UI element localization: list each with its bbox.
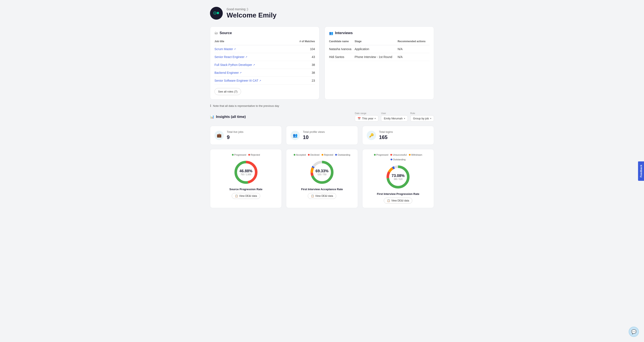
insights-title: Insights (all time) (216, 115, 246, 119)
table-row: Backend Engineer ↗ 38 (214, 69, 315, 77)
chart-title: Source Progression Rate (229, 188, 262, 191)
source-card: 🗂 Source Job title # of Matches Scrum Ma… (210, 27, 320, 100)
date-range-select[interactable]: 📅 This year ▾ (355, 115, 378, 121)
legend-dot (390, 154, 392, 156)
note-bar: ℹ Note that all data is representative t… (210, 104, 434, 108)
source-header: 🗂 Source (214, 31, 315, 35)
legend-label: Withdrawn (411, 153, 422, 156)
external-link-icon: ↗ (234, 48, 236, 51)
candidate-name-cell: Hidi Santos (329, 53, 354, 61)
stat-value: 9 (227, 134, 244, 140)
interviews-icon: 👥 (329, 31, 333, 35)
chart-title: First Interview Progression Rate (377, 192, 419, 196)
donut-center: 73.08% 380 / 520 (392, 174, 405, 180)
chevron-down-icon: ▾ (374, 117, 376, 120)
svg-rect-0 (214, 12, 216, 14)
calendar-icon: 📅 (358, 117, 361, 120)
legend-label: Progressed (234, 153, 246, 156)
chat-icon: 💬 (631, 329, 636, 334)
int-col-stage: Stage (354, 39, 398, 45)
donut-percentage: 46.88% (239, 169, 252, 173)
role-value: Group by job (413, 117, 429, 120)
donut-center: 69.33% 520 / 750 (316, 169, 328, 176)
source-col-matches: # of Matches (290, 39, 315, 45)
stat-card: 💼 Total live jobs 9 (210, 126, 282, 145)
table-row: Senior Software Engineer III CAT ↗ 23 (214, 77, 315, 85)
job-title-link[interactable]: Scrum Master ↗ (214, 47, 236, 51)
stat-icon: 🔑 (367, 131, 376, 140)
view-dei-data-button[interactable]: 📋 View DE&I data (308, 193, 336, 199)
chart-title: First Interview Acceptance Rate (301, 188, 343, 191)
main-two-col: 🗂 Source Job title # of Matches Scrum Ma… (210, 27, 434, 100)
greeting: Good morning :) (226, 8, 276, 11)
action-cell: N/A (398, 45, 430, 53)
job-title-cell[interactable]: Senior Software Engineer III CAT ↗ (214, 77, 290, 85)
interviews-title: Interviews (335, 31, 353, 35)
stat-label: Total logins (379, 130, 393, 133)
insights-filters: Date range 📅 This year ▾ User Emily Nkru… (355, 112, 434, 121)
legend-label: Rejected (251, 153, 260, 156)
see-all-roles-button[interactable]: See all roles (7) (214, 88, 241, 95)
donut-sub: 380 / 520 (392, 178, 405, 180)
legend-item: Progressed (232, 153, 246, 156)
candidate-name-cell: Natasha Ivanova (329, 45, 354, 53)
matches-cell: 38 (290, 69, 315, 77)
source-table: Job title # of Matches Scrum Master ↗ 10… (214, 39, 315, 85)
legend-dot (390, 159, 392, 160)
legend-item: Outstanding (390, 158, 406, 161)
stat-icon: 💼 (214, 131, 224, 140)
legend-dot (248, 154, 250, 156)
role-select[interactable]: Group by job ▾ (410, 115, 434, 121)
matches-cell: 104 (290, 45, 315, 53)
table-icon: 📋 (387, 199, 390, 202)
legend-item: Progressed (374, 153, 388, 156)
stat-info: Total profile views 10 (303, 130, 325, 140)
legend-item: Outstanding (335, 153, 350, 156)
job-title-link[interactable]: Senior React Engineer ↗ (214, 55, 247, 59)
stat-value: 10 (303, 134, 325, 140)
legend-label: Accepted (296, 153, 306, 156)
matches-cell: 43 (290, 53, 315, 61)
user-value: Emily Nkrumah (384, 117, 402, 120)
stage-cell: Phone Interview - 1st Round (354, 53, 398, 61)
job-title-cell[interactable]: Backend Engineer ↗ (214, 69, 290, 77)
user-select[interactable]: Emily Nkrumah ▾ (381, 115, 408, 121)
interviews-card: 👥 Interviews Candidate name Stage Recomm… (324, 27, 434, 100)
chart-legend: Progressed Rejected (232, 153, 260, 156)
job-title-link[interactable]: Full Stack Python Developer ↗ (214, 63, 255, 67)
external-link-icon: ↗ (259, 79, 261, 82)
view-dei-data-button[interactable]: 📋 View DE&I data (384, 198, 412, 204)
role-label: Role (410, 112, 434, 114)
donut-chart: 46.88% 750 / 1,600 (233, 159, 259, 185)
interviews-header: 👥 Interviews (329, 31, 430, 35)
int-col-action: Recommended actions (398, 39, 430, 45)
note-text: Note that all data is representative to … (213, 104, 279, 107)
view-dei-label: View DE&I data (315, 195, 333, 198)
header-text: Good morning :) Welcome Emily (226, 8, 276, 19)
info-icon: ℹ (210, 104, 211, 108)
feedback-tab[interactable]: Feedback (638, 161, 644, 181)
view-dei-label: View DE&I data (239, 195, 257, 198)
legend-dot (308, 154, 310, 156)
date-range-label: Date range (355, 112, 378, 114)
job-title-cell[interactable]: Full Stack Python Developer ↗ (214, 61, 290, 69)
stage-cell: Application (354, 45, 398, 53)
chart-card: Accepted Declined Rejected Outstanding 6… (286, 149, 358, 208)
chart-legend: Accepted Declined Rejected Outstanding (294, 153, 350, 156)
stat-card: 👥 Total profile views 10 (286, 126, 358, 145)
view-dei-data-button[interactable]: 📋 View DE&I data (232, 193, 260, 199)
insights-header: 📊 Insights (all time) Date range 📅 This … (210, 112, 434, 121)
chart-legend: Progressed Unsuccessful Withdrawn Outsta… (367, 153, 430, 161)
donut-sub: 520 / 750 (316, 173, 328, 176)
legend-label: Unsuccessful (393, 153, 406, 156)
table-icon: 📋 (235, 195, 238, 198)
chat-bubble[interactable]: 💬 (629, 327, 639, 337)
job-title-link[interactable]: Backend Engineer ↗ (214, 71, 242, 74)
donut-percentage: 69.33% (316, 169, 328, 173)
source-col-job: Job title (214, 39, 290, 45)
job-title-cell[interactable]: Scrum Master ↗ (214, 45, 290, 53)
job-title-cell[interactable]: Senior React Engineer ↗ (214, 53, 290, 61)
external-link-icon: ↗ (240, 71, 242, 74)
job-title-link[interactable]: Senior Software Engineer III CAT ↗ (214, 79, 261, 82)
charts-row: Progressed Rejected 46.88% 750 / 1,600 S… (210, 149, 434, 208)
